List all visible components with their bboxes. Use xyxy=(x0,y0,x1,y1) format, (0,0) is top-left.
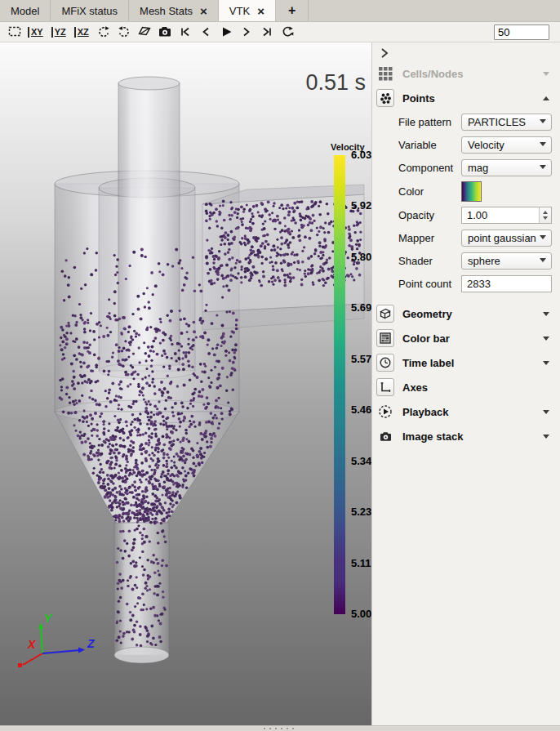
selected-value: mag xyxy=(468,162,488,174)
colormap-swatch-button[interactable] xyxy=(461,181,482,202)
next-frame-button[interactable] xyxy=(238,24,256,41)
mapper-select[interactable]: point gaussian xyxy=(461,230,552,247)
section-image-stack[interactable]: Image stack xyxy=(372,424,560,448)
grid-icon xyxy=(376,65,394,82)
tab-label: MFiX status xyxy=(61,5,118,17)
colorbar-tick: 5.80 xyxy=(351,252,371,263)
geometry-icon xyxy=(379,307,392,320)
selected-value: PARTICLES xyxy=(468,116,526,128)
colorbar-tick: 5.11 xyxy=(351,558,371,569)
play-button[interactable] xyxy=(218,24,235,41)
section-axes[interactable]: Axes xyxy=(372,375,560,399)
section-label: Points xyxy=(402,92,535,105)
view-yz-button[interactable]: YZ xyxy=(51,27,68,38)
close-icon[interactable]: × xyxy=(200,5,207,17)
collapse-panel-chevron[interactable] xyxy=(380,47,389,59)
tab-mesh-stats[interactable]: Mesh Stats × xyxy=(129,0,219,21)
section-cells-nodes[interactable]: Cells/Nodes xyxy=(372,61,560,86)
colorbar-tick: 5.23 xyxy=(351,506,371,518)
axes-toggle-button[interactable] xyxy=(376,378,394,396)
vtk-viewport[interactable]: 0.51 s Velocity 6.03 5.92 5.80 5.69 5.57… xyxy=(0,42,371,725)
shader-select[interactable]: sphere xyxy=(461,252,552,270)
section-time-label[interactable]: Time label xyxy=(372,350,560,375)
geometry-toggle-button[interactable] xyxy=(376,305,394,323)
tab-vtk[interactable]: VTK × xyxy=(219,0,276,21)
camera-icon xyxy=(158,25,172,39)
chevron-down-icon xyxy=(543,337,549,344)
tab-mfix-status[interactable]: MFiX status xyxy=(51,0,129,21)
section-geometry[interactable]: Geometry xyxy=(372,301,560,326)
point-count-field[interactable]: 2833 xyxy=(461,275,552,292)
image-stack-camera-icon xyxy=(376,427,394,445)
loop-icon xyxy=(280,25,295,39)
field-label: Point count xyxy=(398,278,461,290)
chevron-down-icon xyxy=(540,258,546,265)
file-pattern-select[interactable]: PARTICLES xyxy=(461,114,552,131)
field-label: Shader xyxy=(398,255,461,267)
splitter-handle[interactable] xyxy=(0,725,560,731)
chevron-down-icon xyxy=(540,165,546,172)
section-label: Playback xyxy=(402,406,535,418)
tab-label: Mesh Stats xyxy=(140,5,193,17)
shader-row: Shader sphere xyxy=(372,249,560,272)
new-tab-button[interactable]: + xyxy=(276,0,309,21)
tab-label: Model xyxy=(11,5,39,17)
tab-label: VTK xyxy=(229,5,250,17)
section-points[interactable]: Points xyxy=(372,86,560,110)
section-label: Time label xyxy=(402,357,535,369)
component-select[interactable]: mag xyxy=(461,159,552,176)
reset-view-button[interactable] xyxy=(6,24,23,41)
rotate-right-button[interactable] xyxy=(116,24,133,41)
point-count-row: Point count 2833 xyxy=(372,272,560,295)
spin-buttons[interactable] xyxy=(539,207,551,223)
variable-row: Variable Velocity xyxy=(372,133,560,156)
previous-frame-button[interactable] xyxy=(198,24,215,41)
chevron-left-icon xyxy=(200,25,211,39)
colorbar-tick: 5.57 xyxy=(351,354,371,365)
tab-model[interactable]: Model xyxy=(0,0,51,21)
play-icon xyxy=(220,25,233,39)
rotate-ccw-icon xyxy=(96,25,111,39)
color-bar-toggle-button[interactable] xyxy=(376,329,394,347)
colorbar-tick: 5.34 xyxy=(351,456,371,467)
skip-first-icon xyxy=(179,25,192,39)
field-label: Variable xyxy=(398,139,461,151)
snapshot-button[interactable] xyxy=(157,24,174,41)
perspective-button[interactable] xyxy=(136,24,153,41)
rotate-cw-icon xyxy=(117,25,131,39)
variable-select[interactable]: Velocity xyxy=(461,136,552,154)
field-label: File pattern xyxy=(398,116,461,128)
spin-down-icon xyxy=(543,216,548,222)
time-label: 0.51 s xyxy=(305,70,366,96)
chevron-up-icon xyxy=(543,93,549,100)
perspective-box-icon xyxy=(137,25,152,39)
time-label-toggle-button[interactable] xyxy=(376,354,394,372)
view-xy-button[interactable]: XY xyxy=(28,27,45,38)
section-color-bar[interactable]: Color bar xyxy=(372,326,560,350)
field-label: Opacity xyxy=(398,209,461,221)
colorbar-tick: 5.69 xyxy=(351,302,371,314)
points-toggle-button[interactable] xyxy=(376,89,394,107)
mapper-row: Mapper point gaussian xyxy=(372,226,560,249)
first-frame-button[interactable] xyxy=(177,24,194,41)
rotate-left-button[interactable] xyxy=(96,24,113,41)
view-xz-button[interactable]: XZ xyxy=(74,27,91,38)
splitter-dots-icon xyxy=(264,728,296,729)
close-icon[interactable]: × xyxy=(257,5,264,17)
chevron-right-icon xyxy=(241,25,252,39)
orientation-axes: Y X Z xyxy=(10,604,108,682)
last-frame-button[interactable] xyxy=(259,24,276,41)
loop-playback-button[interactable] xyxy=(279,24,296,41)
frame-count-input[interactable] xyxy=(494,25,549,40)
chevron-down-icon xyxy=(543,410,549,417)
tab-bar: Model MFiX status Mesh Stats × VTK × + xyxy=(0,0,560,22)
color-bar-icon xyxy=(379,332,392,345)
selected-value: sphere xyxy=(468,255,500,267)
colorbar-tick: 5.92 xyxy=(351,200,371,212)
playback-icon xyxy=(376,403,394,421)
colorbar: Velocity 6.03 5.92 5.80 5.69 5.57 5.46 5… xyxy=(329,142,371,632)
section-playback[interactable]: Playback xyxy=(372,399,560,424)
mfix-window: Model MFiX status Mesh Stats × VTK × + X… xyxy=(0,0,560,731)
spin-up-icon xyxy=(543,208,548,214)
opacity-spinbox[interactable]: 1.00 xyxy=(461,207,552,224)
